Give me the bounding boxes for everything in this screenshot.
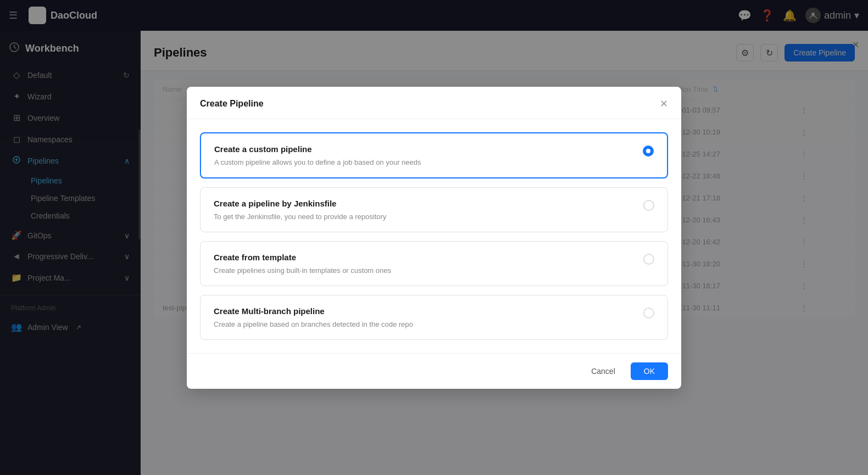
modal-title: Create Pipeline xyxy=(200,99,264,109)
modal-close-button[interactable]: ✕ xyxy=(660,98,668,110)
create-pipeline-modal: Create Pipeline ✕ Create a custom pipeli… xyxy=(187,87,681,389)
option-content-multibranch: Create Multi-branch pipeline Create a pi… xyxy=(214,306,643,328)
ok-button[interactable]: OK xyxy=(631,362,668,380)
modal-header: Create Pipeline ✕ xyxy=(187,87,681,119)
option-desc-multibranch: Create a pipeline based on branches dete… xyxy=(214,320,643,328)
radio-btn-jenkinsfile[interactable] xyxy=(643,200,654,211)
option-content-template: Create from template Create pipelines us… xyxy=(214,253,643,275)
radio-btn-custom[interactable] xyxy=(643,146,654,157)
radio-btn-template[interactable] xyxy=(643,254,654,265)
option-desc-template: Create pipelines using built-in template… xyxy=(214,266,643,275)
option-title-jenkinsfile: Create a pipeline by Jenkinsfile xyxy=(214,199,643,208)
option-card-jenkinsfile[interactable]: Create a pipeline by Jenkinsfile To get … xyxy=(200,187,668,232)
modal-overlay[interactable]: Create Pipeline ✕ Create a custom pipeli… xyxy=(0,0,868,475)
option-desc-custom: A custom pipeline allows you to define a… xyxy=(214,158,643,166)
option-content-jenkinsfile: Create a pipeline by Jenkinsfile To get … xyxy=(214,199,643,221)
cancel-button[interactable]: Cancel xyxy=(582,362,624,380)
option-card-template[interactable]: Create from template Create pipelines us… xyxy=(200,241,668,286)
modal-body: Create a custom pipeline A custom pipeli… xyxy=(187,119,681,353)
option-card-multibranch[interactable]: Create Multi-branch pipeline Create a pi… xyxy=(200,295,668,340)
radio-btn-multibranch[interactable] xyxy=(643,308,654,318)
option-card-custom[interactable]: Create a custom pipeline A custom pipeli… xyxy=(200,132,668,178)
option-title-multibranch: Create Multi-branch pipeline xyxy=(214,306,643,316)
option-desc-jenkinsfile: To get the Jenkinsfile, you need to prov… xyxy=(214,213,643,221)
modal-footer: Cancel OK xyxy=(187,353,681,389)
option-title-custom: Create a custom pipeline xyxy=(214,144,643,154)
option-content-custom: Create a custom pipeline A custom pipeli… xyxy=(214,144,643,166)
option-title-template: Create from template xyxy=(214,253,643,262)
